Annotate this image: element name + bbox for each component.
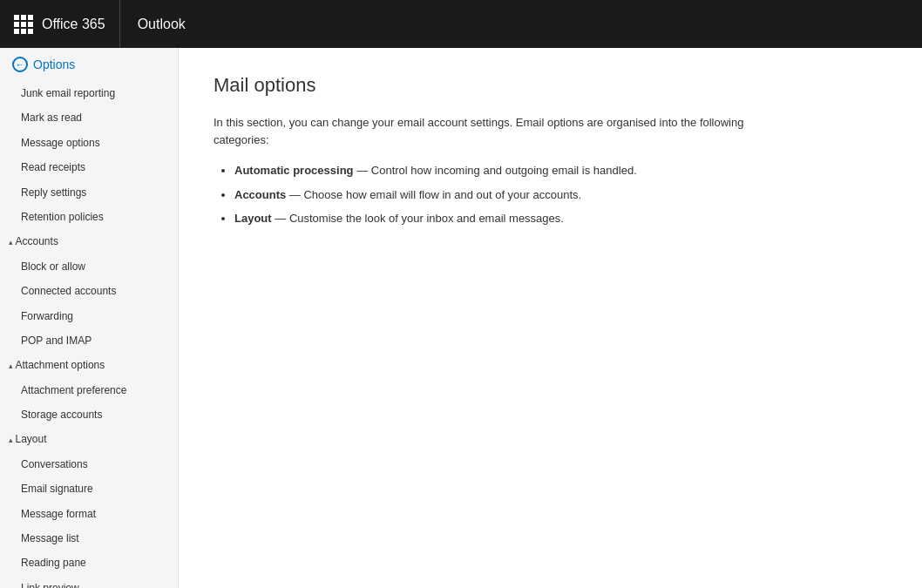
sidebar-item-message-options[interactable]: Message options — [0, 131, 178, 155]
category-sep-1: — — [356, 164, 371, 177]
content-area: Mail options In this section, you can ch… — [179, 48, 922, 588]
sidebar-item-retention-policies[interactable]: Retention policies — [0, 205, 178, 229]
sidebar-item-forwarding[interactable]: Forwarding — [0, 304, 178, 328]
sidebar-item-message-list[interactable]: Message list — [0, 526, 178, 551]
sidebar-item-junk-email-reporting[interactable]: Junk email reporting — [0, 81, 178, 105]
category-desc-1: Control how incoming and outgoing email … — [371, 164, 637, 177]
category-sep-2: — — [289, 188, 304, 201]
list-item-layout: Layout — Customise the look of your inbo… — [234, 210, 780, 227]
sidebar-item-mark-as-read[interactable]: Mark as read — [0, 105, 178, 130]
sidebar-item-attachment-preference[interactable]: Attachment preference — [0, 378, 178, 402]
category-desc-3: Customise the look of your inbox and ema… — [289, 212, 564, 225]
sidebar-item-conversations[interactable]: Conversations — [0, 452, 178, 476]
category-sep-3: — — [275, 212, 289, 225]
sidebar-item-pop-and-imap[interactable]: POP and IMAP — [0, 328, 178, 353]
sidebar-item-read-receipts[interactable]: Read receipts — [0, 155, 178, 179]
list-item-accounts: Accounts — Choose how email will flow in… — [234, 186, 780, 204]
sidebar: ← Options Junk email reporting Mark as r… — [0, 48, 179, 588]
options-label: Options — [33, 57, 75, 71]
category-name-accounts: Accounts — [234, 188, 286, 201]
sidebar-item-storage-accounts[interactable]: Storage accounts — [0, 402, 178, 427]
sidebar-item-accounts[interactable]: Accounts — [0, 229, 178, 253]
app-name: Outlook — [120, 17, 203, 32]
options-header[interactable]: ← Options — [0, 48, 178, 81]
topbar: Office 365 Outlook — [0, 0, 922, 48]
main-container: ← Options Junk email reporting Mark as r… — [0, 48, 922, 588]
category-desc-2: Choose how email will flow in and out of… — [303, 188, 581, 201]
page-title: Mail options — [214, 74, 887, 97]
sidebar-item-reading-pane[interactable]: Reading pane — [0, 551, 178, 575]
category-name-layout: Layout — [234, 212, 272, 225]
back-arrow-icon[interactable]: ← — [12, 57, 28, 72]
category-name-automatic: Automatic processing — [234, 164, 354, 177]
sidebar-item-message-format[interactable]: Message format — [0, 502, 178, 526]
sidebar-item-attachment-options[interactable]: Attachment options — [0, 353, 178, 377]
content-description: In this section, you can change your ema… — [214, 114, 780, 148]
sidebar-item-block-or-allow[interactable]: Block or allow — [0, 254, 178, 279]
sidebar-item-connected-accounts[interactable]: Connected accounts — [0, 279, 178, 303]
list-item-automatic-processing: Automatic processing — Control how incom… — [234, 162, 780, 179]
waffle-icon[interactable] — [14, 15, 33, 34]
categories-list: Automatic processing — Control how incom… — [214, 162, 780, 227]
brand-name: Office 365 — [42, 17, 105, 32]
sidebar-item-link-preview[interactable]: Link preview — [0, 576, 178, 588]
sidebar-item-layout[interactable]: Layout — [0, 427, 178, 451]
brand-section[interactable]: Office 365 — [0, 0, 120, 48]
sidebar-item-reply-settings[interactable]: Reply settings — [0, 180, 178, 205]
sidebar-item-email-signature[interactable]: Email signature — [0, 476, 178, 501]
